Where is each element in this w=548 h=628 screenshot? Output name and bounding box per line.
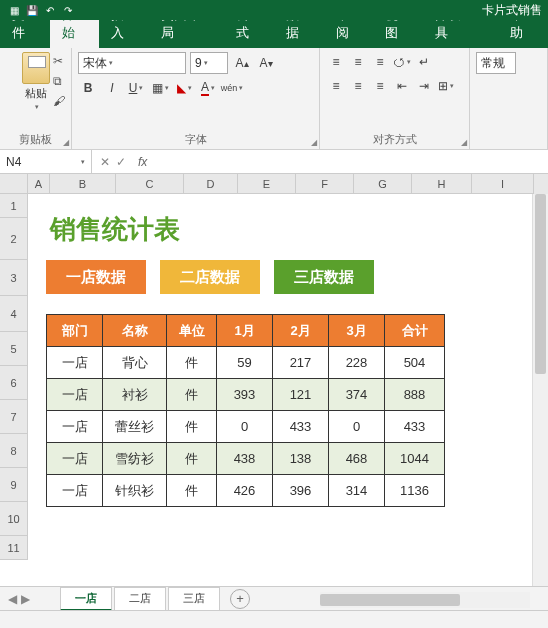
underline-button[interactable]: U▾ (126, 78, 146, 98)
row-header[interactable]: 7 (0, 400, 28, 434)
scroll-thumb[interactable] (320, 594, 460, 606)
table-cell[interactable]: 888 (385, 379, 445, 411)
merge-icon[interactable]: ⊞▾ (436, 76, 456, 96)
row-header[interactable]: 6 (0, 366, 28, 400)
table-cell[interactable]: 衬衫 (103, 379, 167, 411)
column-header[interactable]: C (116, 174, 184, 194)
table-cell[interactable]: 件 (167, 443, 217, 475)
align-right-icon[interactable]: ≡ (370, 76, 390, 96)
column-header[interactable]: I (472, 174, 534, 194)
format-painter-icon[interactable]: 🖌 (53, 94, 67, 108)
table-cell[interactable]: 228 (329, 347, 385, 379)
table-cell[interactable]: 件 (167, 411, 217, 443)
column-header[interactable]: F (296, 174, 354, 194)
vertical-scrollbar[interactable] (532, 194, 548, 586)
table-cell[interactable]: 雪纺衫 (103, 443, 167, 475)
font-size-combo[interactable]: 9▾ (190, 52, 228, 74)
table-cell[interactable]: 0 (217, 411, 273, 443)
table-cell[interactable]: 438 (217, 443, 273, 475)
prev-sheet-icon[interactable]: ◀ (8, 592, 17, 606)
dialog-launcher-icon[interactable]: ◢ (461, 138, 467, 147)
wrap-text-icon[interactable]: ↵ (414, 52, 434, 72)
table-cell[interactable]: 一店 (47, 411, 103, 443)
name-box[interactable]: N4▾ (0, 150, 92, 173)
store-tab-1[interactable]: 一店数据 (46, 260, 146, 294)
table-cell[interactable]: 433 (273, 411, 329, 443)
table-cell[interactable]: 426 (217, 475, 273, 507)
sheet-tab[interactable]: 一店 (60, 587, 112, 611)
table-cell[interactable]: 针织衫 (103, 475, 167, 507)
border-button[interactable]: ▦▾ (150, 78, 170, 98)
row-header[interactable]: 3 (0, 260, 28, 296)
row-header[interactable]: 2 (0, 218, 28, 260)
column-header[interactable]: B (50, 174, 116, 194)
column-header[interactable]: H (412, 174, 472, 194)
row-header[interactable]: 4 (0, 296, 28, 332)
font-color-button[interactable]: A▾ (198, 78, 218, 98)
table-cell[interactable]: 504 (385, 347, 445, 379)
column-header[interactable]: G (354, 174, 412, 194)
table-cell[interactable]: 59 (217, 347, 273, 379)
align-top-icon[interactable]: ≡ (326, 52, 346, 72)
column-header[interactable]: A (28, 174, 50, 194)
next-sheet-icon[interactable]: ▶ (21, 592, 30, 606)
table-cell[interactable]: 374 (329, 379, 385, 411)
indent-decrease-icon[interactable]: ⇤ (392, 76, 412, 96)
table-cell[interactable]: 背心 (103, 347, 167, 379)
bold-button[interactable]: B (78, 78, 98, 98)
table-cell[interactable]: 468 (329, 443, 385, 475)
enter-icon[interactable]: ✓ (116, 155, 126, 169)
grid-content[interactable]: 销售统计表 一店数据 二店数据 三店数据 部门名称单位1月2月3月合计 一店背心… (28, 194, 548, 600)
select-all-corner[interactable] (0, 174, 28, 194)
row-header[interactable]: 10 (0, 502, 28, 536)
table-cell[interactable]: 蕾丝衫 (103, 411, 167, 443)
table-cell[interactable]: 138 (273, 443, 329, 475)
table-cell[interactable]: 433 (385, 411, 445, 443)
add-sheet-button[interactable]: + (230, 589, 250, 609)
table-cell[interactable]: 393 (217, 379, 273, 411)
sheet-tab[interactable]: 二店 (114, 587, 166, 611)
align-center-icon[interactable]: ≡ (348, 76, 368, 96)
row-header[interactable]: 11 (0, 536, 28, 560)
table-cell[interactable]: 217 (273, 347, 329, 379)
store-tab-3[interactable]: 三店数据 (274, 260, 374, 294)
phonetic-button[interactable]: wén▾ (222, 78, 242, 98)
table-cell[interactable]: 一店 (47, 475, 103, 507)
row-header[interactable]: 8 (0, 434, 28, 468)
column-header[interactable]: D (184, 174, 238, 194)
table-cell[interactable]: 件 (167, 475, 217, 507)
table-cell[interactable]: 一店 (47, 379, 103, 411)
indent-increase-icon[interactable]: ⇥ (414, 76, 434, 96)
cancel-icon[interactable]: ✕ (100, 155, 110, 169)
number-format-combo[interactable]: 常规 (476, 52, 516, 74)
row-header[interactable]: 9 (0, 468, 28, 502)
cut-icon[interactable]: ✂ (53, 54, 67, 68)
dialog-launcher-icon[interactable]: ◢ (311, 138, 317, 147)
row-header[interactable]: 1 (0, 194, 28, 218)
table-cell[interactable]: 314 (329, 475, 385, 507)
fx-icon[interactable]: fx (134, 155, 151, 169)
italic-button[interactable]: I (102, 78, 122, 98)
fill-color-button[interactable]: ◣▾ (174, 78, 194, 98)
sheet-tab[interactable]: 三店 (168, 587, 220, 611)
align-bottom-icon[interactable]: ≡ (370, 52, 390, 72)
increase-font-icon[interactable]: A▴ (232, 53, 252, 73)
table-cell[interactable]: 件 (167, 347, 217, 379)
horizontal-scrollbar[interactable] (320, 592, 530, 608)
scroll-thumb[interactable] (535, 194, 546, 374)
orientation-icon[interactable]: ⭯▾ (392, 52, 412, 72)
align-middle-icon[interactable]: ≡ (348, 52, 368, 72)
column-header[interactable]: E (238, 174, 296, 194)
table-cell[interactable]: 1044 (385, 443, 445, 475)
decrease-font-icon[interactable]: A▾ (256, 53, 276, 73)
redo-icon[interactable]: ↷ (62, 4, 74, 16)
undo-icon[interactable]: ↶ (44, 4, 56, 16)
table-cell[interactable]: 1136 (385, 475, 445, 507)
store-tab-2[interactable]: 二店数据 (160, 260, 260, 294)
row-header[interactable]: 5 (0, 332, 28, 366)
table-cell[interactable]: 121 (273, 379, 329, 411)
table-cell[interactable]: 件 (167, 379, 217, 411)
table-cell[interactable]: 一店 (47, 443, 103, 475)
font-name-combo[interactable]: 宋体▾ (78, 52, 186, 74)
save-icon[interactable]: 💾 (26, 4, 38, 16)
